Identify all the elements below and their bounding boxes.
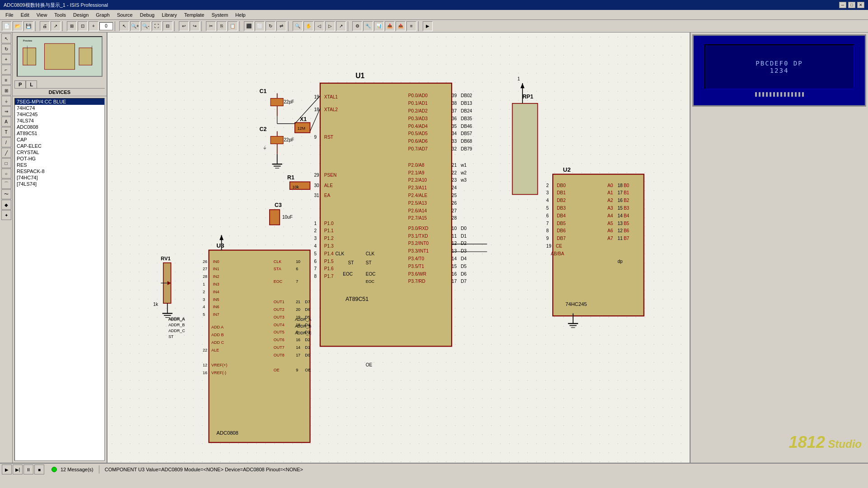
cut-button[interactable]: ✂ [206, 21, 216, 31]
marker-tool[interactable]: ✦ [1, 210, 11, 220]
block-move-button[interactable]: ⬜ [255, 21, 265, 31]
zoom-in-button[interactable]: 🔍+ [130, 21, 140, 31]
prop3[interactable]: 📊 [374, 21, 384, 31]
device-74ls74b[interactable]: [74LS74] [15, 181, 104, 187]
save-button[interactable]: 💾 [23, 21, 33, 31]
block-mirror-button[interactable]: ⇌ [276, 21, 286, 31]
svg-text:A0: A0 [607, 183, 613, 188]
nav2[interactable]: ▷ [325, 21, 335, 31]
menu-system[interactable]: System [208, 11, 232, 19]
svg-text:14: 14 [296, 345, 300, 350]
close-button[interactable]: ✕ [857, 2, 864, 8]
block-rotate-button[interactable]: ↻ [266, 21, 275, 31]
label-tool[interactable]: A [1, 117, 11, 127]
menu-template[interactable]: Template [181, 11, 208, 19]
device-cap-elec[interactable]: CAP-ELEC [15, 143, 104, 149]
device-74hc74b[interactable]: [74HC74] [15, 174, 104, 181]
pan-button[interactable]: ✋ [303, 21, 313, 31]
prop1[interactable]: ⚙ [352, 21, 362, 31]
svg-text:19: 19 [314, 94, 319, 99]
box-tool[interactable]: □ [1, 158, 11, 168]
menu-source[interactable]: Source [113, 11, 136, 19]
device-74hc74[interactable]: 74HC74 [15, 105, 104, 111]
status-sep [99, 465, 99, 474]
svg-text:8: 8 [546, 228, 549, 233]
device-adc0808[interactable]: ADC0808 [15, 124, 104, 130]
menu-file[interactable]: File [2, 11, 17, 19]
bus-entry-tool[interactable]: / [1, 137, 11, 147]
device-cap[interactable]: CAP [15, 136, 104, 143]
stop-button[interactable]: ■ [34, 465, 44, 474]
junction-tool[interactable]: + [1, 54, 11, 64]
device-crystal[interactable]: CRYSTAL [15, 149, 104, 155]
export-button[interactable]: ↗ [51, 21, 61, 31]
snap-button[interactable]: ⊡ [78, 21, 88, 31]
svg-text:3: 3 [546, 190, 549, 195]
select-button[interactable]: ↖ [119, 21, 129, 31]
nav1[interactable]: ◁ [314, 21, 324, 31]
menu-library[interactable]: Library [158, 11, 181, 19]
menu-view[interactable]: View [33, 11, 51, 19]
play-button[interactable]: ▶ [2, 465, 12, 474]
path-tool[interactable]: 〜 [1, 189, 11, 199]
device-respack8[interactable]: RESPACK-8 [15, 168, 104, 174]
device-pot-hg[interactable]: POT-HG [15, 155, 104, 162]
symbol-tool[interactable]: ◆ [1, 200, 11, 210]
component-tool[interactable]: ↻ [1, 44, 11, 54]
prop4[interactable]: 📥 [385, 21, 395, 31]
menu-edit[interactable]: Edit [17, 11, 33, 19]
copy-button[interactable]: ⎘ [217, 21, 227, 31]
menu-help[interactable]: Help [232, 11, 249, 19]
device-at89c51[interactable]: AT89C51 [15, 130, 104, 136]
subcirc-tool[interactable]: ⊞ [1, 85, 11, 95]
zoom-area-button[interactable]: ⛶ [152, 21, 162, 31]
port-tool[interactable]: ⇒ [1, 106, 11, 116]
arrow-tool[interactable]: ↖ [1, 33, 11, 43]
tab-p[interactable]: P [14, 80, 26, 88]
print-button[interactable]: 🖨 [40, 21, 50, 31]
menu-tools[interactable]: Tools [51, 11, 70, 19]
device-7seg[interactable]: 7SEG-MP/4:CC BLUE [15, 99, 104, 105]
zoom-full-button[interactable]: ⊟ [163, 21, 173, 31]
power-tool[interactable]: ⏚ [1, 96, 11, 106]
sim-button[interactable]: ▶ [423, 21, 433, 31]
device-74ls74[interactable]: 74LS74 [15, 117, 104, 124]
block-copy-button[interactable]: ⬛ [244, 21, 254, 31]
bus-tool[interactable]: ≡ [1, 75, 11, 85]
maximize-button[interactable]: □ [848, 2, 855, 8]
arc-tool[interactable]: ⌒ [1, 179, 11, 189]
prop5[interactable]: 📤 [396, 21, 406, 31]
minimize-button[interactable]: ─ [839, 2, 846, 8]
pause-button[interactable]: ⏸ [23, 465, 33, 474]
wire-tool[interactable]: ⌐ [1, 65, 11, 75]
undo-button[interactable]: ↩ [179, 21, 189, 31]
playback-controls: ▶ ▶| ⏸ ■ [2, 465, 44, 474]
menu-graph[interactable]: Graph [92, 11, 113, 19]
prop2[interactable]: 🔧 [363, 21, 373, 31]
grid-button[interactable]: ⊞ [67, 21, 77, 31]
canvas-area[interactable]: U1 AT89C51 XTAL1 XTAL2 RST PSEN ALE EA P… [107, 33, 690, 463]
paste-button[interactable]: 📋 [228, 21, 238, 31]
tab-l[interactable]: L [26, 80, 37, 88]
svg-text:17: 17 [296, 353, 300, 357]
menu-design[interactable]: Design [70, 11, 92, 19]
device-74hc245[interactable]: 74HC245 [15, 111, 104, 117]
nav3[interactable]: ↗ [336, 21, 346, 31]
device-res[interactable]: RES [15, 162, 104, 168]
device-list[interactable]: 7SEG-MP/4:CC BLUE 74HC74 74HC245 74LS74 … [14, 98, 105, 461]
zoom-ctrl-button[interactable]: 🔍 [293, 21, 303, 31]
text-tool[interactable]: T [1, 127, 11, 137]
left-tool-panel: ↖ ↻ + ⌐ ≡ ⊞ ⏚ ⇒ A T / ╱ □ ○ ⌒ 〜 ◆ ✦ [0, 33, 13, 463]
zoom-out-button[interactable]: 🔍- [141, 21, 151, 31]
menu-debug[interactable]: Debug [136, 11, 158, 19]
line-tool[interactable]: ╱ [1, 148, 11, 158]
netlist-button[interactable]: ≡ [406, 21, 416, 31]
redo-button[interactable]: ↪ [190, 21, 200, 31]
svg-text:28: 28 [203, 274, 207, 279]
new-button[interactable]: 📄 [2, 21, 12, 31]
zoom-input[interactable] [99, 22, 113, 30]
circle-tool[interactable]: ○ [1, 169, 11, 178]
add-button[interactable]: + [89, 21, 98, 31]
open-button[interactable]: 📂 [13, 21, 23, 31]
step-button[interactable]: ▶| [13, 465, 23, 474]
